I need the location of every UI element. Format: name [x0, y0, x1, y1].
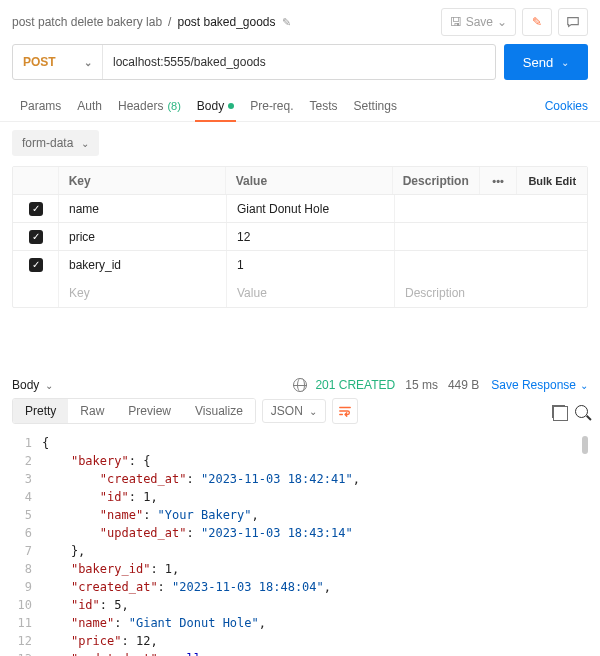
line-number: 4	[12, 488, 42, 506]
cookies-link[interactable]: Cookies	[545, 99, 588, 113]
line-number: 12	[12, 632, 42, 650]
view-visualize[interactable]: Visualize	[183, 399, 255, 423]
desc-input[interactable]: Description	[395, 279, 587, 307]
chevron-down-icon: ⌄	[84, 57, 92, 68]
wrap-lines-button[interactable]	[332, 398, 358, 424]
url-input[interactable]: localhost:5555/baked_goods	[103, 45, 495, 79]
key-input[interactable]: Key	[59, 279, 227, 307]
bulk-edit-link[interactable]: Bulk Edit	[517, 175, 587, 187]
code-line[interactable]: "updated_at": null	[42, 650, 201, 656]
key-input[interactable]: price	[59, 223, 227, 250]
checkbox[interactable]: ✓	[29, 202, 43, 216]
response-section-select[interactable]: Body ⌄	[12, 378, 53, 392]
code-line[interactable]: "id": 1,	[42, 488, 158, 506]
view-preview[interactable]: Preview	[116, 399, 183, 423]
line-number: 6	[12, 524, 42, 542]
col-desc: Description	[393, 167, 480, 194]
value-input[interactable]: Value	[227, 279, 395, 307]
lang-label: JSON	[271, 404, 303, 418]
table-row-new[interactable]: Key Value Description	[13, 279, 587, 307]
pencil-icon[interactable]: ✎	[282, 16, 291, 29]
line-number: 1	[12, 434, 42, 452]
breadcrumb-workspace[interactable]: post patch delete bakery lab	[12, 15, 162, 29]
view-raw[interactable]: Raw	[68, 399, 116, 423]
checkbox[interactable]: ✓	[29, 258, 43, 272]
search-icon[interactable]	[575, 405, 588, 418]
desc-input[interactable]	[395, 223, 587, 250]
method-select[interactable]: POST ⌄	[13, 45, 103, 79]
tab-tests[interactable]: Tests	[302, 90, 346, 121]
code-line[interactable]: "price": 12,	[42, 632, 158, 650]
desc-input[interactable]	[395, 195, 587, 222]
tab-params[interactable]: Params	[12, 90, 69, 121]
line-number: 3	[12, 470, 42, 488]
table-row[interactable]: ✓bakery_id1	[13, 251, 587, 279]
tab-auth[interactable]: Auth	[69, 90, 110, 121]
chevron-down-icon: ⌄	[45, 380, 53, 391]
line-number: 5	[12, 506, 42, 524]
save-label: Save	[466, 15, 493, 29]
code-line[interactable]: "name": "Your Bakery",	[42, 506, 259, 524]
chevron-down-icon: ⌄	[309, 406, 317, 417]
tab-headers[interactable]: Headers (8)	[110, 90, 189, 121]
save-button[interactable]: 🖫 Save ⌄	[441, 8, 516, 36]
code-line[interactable]: "created_at": "2023-11-03 18:48:04",	[42, 578, 331, 596]
body-dirty-dot	[228, 103, 234, 109]
key-input[interactable]: bakery_id	[59, 251, 227, 279]
line-number: 11	[12, 614, 42, 632]
value-input[interactable]: 12	[227, 223, 395, 250]
code-line[interactable]: "name": "Giant Donut Hole",	[42, 614, 266, 632]
request-bar: POST ⌄ localhost:5555/baked_goods	[12, 44, 496, 80]
table-row[interactable]: ✓nameGiant Donut Hole	[13, 195, 587, 223]
code-line[interactable]: {	[42, 434, 49, 452]
status-code: 201 CREATED	[315, 378, 395, 392]
response-size: 449 B	[448, 378, 479, 392]
body-type-label: form-data	[22, 136, 73, 150]
save-response-button[interactable]: Save Response ⌄	[491, 378, 588, 392]
chevron-down-icon[interactable]: ⌄	[497, 15, 507, 29]
tab-settings[interactable]: Settings	[346, 90, 405, 121]
code-line[interactable]: "updated_at": "2023-11-03 18:43:14"	[42, 524, 353, 542]
value-input[interactable]: Giant Donut Hole	[227, 195, 395, 222]
chevron-down-icon[interactable]: ⌄	[561, 57, 569, 68]
copy-icon[interactable]	[552, 405, 565, 418]
line-number: 13	[12, 650, 42, 656]
code-line[interactable]: "bakery_id": 1,	[42, 560, 179, 578]
tab-prereq[interactable]: Pre-req.	[242, 90, 301, 121]
desc-input[interactable]	[395, 251, 587, 279]
code-line[interactable]: "bakery": {	[42, 452, 150, 470]
floppy-icon: 🖫	[450, 15, 462, 29]
tab-body[interactable]: Body	[189, 90, 242, 121]
view-pretty[interactable]: Pretty	[13, 399, 68, 423]
globe-icon[interactable]	[293, 378, 307, 392]
headers-count: (8)	[167, 100, 180, 112]
lang-select[interactable]: JSON ⌄	[262, 399, 326, 423]
response-body[interactable]: 1{2 "bakery": {3 "created_at": "2023-11-…	[0, 430, 600, 656]
value-input[interactable]: 1	[227, 251, 395, 279]
table-row[interactable]: ✓price12	[13, 223, 587, 251]
line-number: 9	[12, 578, 42, 596]
edit-button[interactable]: ✎	[522, 8, 552, 36]
send-label: Send	[523, 55, 553, 70]
breadcrumb-sep: /	[168, 15, 171, 29]
code-line[interactable]: "id": 5,	[42, 596, 129, 614]
breadcrumb: post patch delete bakery lab / post bake…	[12, 15, 433, 29]
chevron-down-icon: ⌄	[580, 380, 588, 391]
line-number: 7	[12, 542, 42, 560]
url-value: localhost:5555/baked_goods	[113, 55, 266, 69]
code-line[interactable]: },	[42, 542, 85, 560]
line-number: 8	[12, 560, 42, 578]
response-time: 15 ms	[405, 378, 438, 392]
line-number: 2	[12, 452, 42, 470]
send-button[interactable]: Send ⌄	[504, 44, 588, 80]
breadcrumb-request[interactable]: post baked_goods	[177, 15, 275, 29]
scrollbar[interactable]	[582, 436, 588, 656]
checkbox[interactable]: ✓	[29, 230, 43, 244]
method-label: POST	[23, 55, 56, 69]
code-line[interactable]: "created_at": "2023-11-03 18:42:41",	[42, 470, 360, 488]
comments-button[interactable]	[558, 8, 588, 36]
key-input[interactable]: name	[59, 195, 227, 222]
line-number: 10	[12, 596, 42, 614]
body-type-select[interactable]: form-data ⌄	[12, 130, 99, 156]
col-actions[interactable]: •••	[480, 167, 518, 194]
